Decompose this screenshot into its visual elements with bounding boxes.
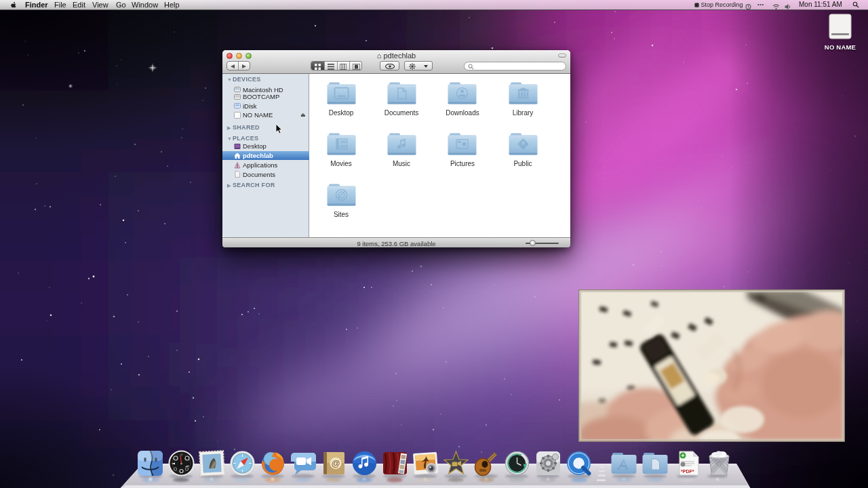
svg-text:*PDF*: *PDF*: [681, 469, 694, 474]
svg-text:@: @: [331, 458, 340, 468]
